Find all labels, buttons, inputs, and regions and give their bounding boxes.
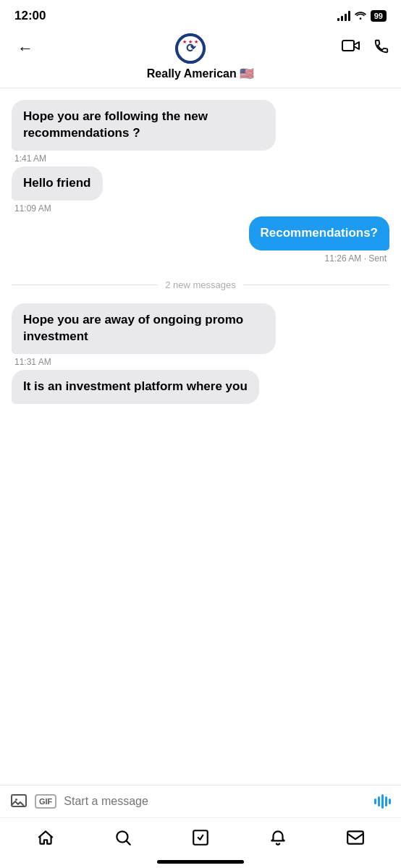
wifi-icon	[355, 10, 366, 22]
message-time: 11:09 AM	[12, 203, 103, 214]
svg-rect-4	[342, 41, 354, 51]
message-time: 11:26 AM · Sent	[249, 253, 389, 264]
nav-notifications-button[interactable]	[269, 828, 287, 847]
divider-label: 2 new messages	[165, 279, 236, 290]
voice-input-icon[interactable]	[374, 794, 391, 809]
gif-button[interactable]: GIF	[35, 794, 56, 809]
message-input-bar: GIF	[0, 785, 401, 817]
message-bubble: Hope you are away of ongoing promo inves…	[12, 303, 276, 354]
message-bubble: Hope you are following the new recommend…	[12, 100, 276, 151]
message-row: Hello friend 11:09 AM	[12, 167, 103, 214]
message-text-input[interactable]	[64, 795, 367, 808]
status-bar: 12:00 99	[0, 0, 401, 28]
home-bar	[157, 860, 244, 864]
battery-indicator: 99	[371, 10, 387, 22]
contact-name: Really American 🇺🇸	[147, 67, 254, 80]
message-bubble: It is an investment platform where you	[12, 370, 259, 404]
message-row: Recommendations? 11:26 AM · Sent	[249, 216, 389, 264]
status-time: 12:00	[14, 9, 46, 23]
header-actions	[342, 38, 389, 59]
back-button[interactable]: ←	[12, 36, 39, 61]
svg-text:★ ★ ★: ★ ★ ★	[182, 39, 198, 44]
message-time: 11:31 AM	[12, 357, 276, 367]
message-bubble: Recommendations?	[249, 216, 389, 250]
nav-messages-button[interactable]	[346, 828, 365, 847]
chat-area: Hope you are following the new recommend…	[0, 88, 401, 785]
signal-icon	[337, 11, 350, 21]
nav-compose-button[interactable]	[191, 828, 210, 847]
image-attach-button[interactable]	[10, 793, 28, 810]
bottom-navigation	[0, 817, 401, 854]
message-row: Hope you are away of ongoing promo inves…	[12, 303, 276, 367]
message-time: 1:41 AM	[12, 153, 276, 164]
new-messages-divider: 2 new messages	[12, 279, 389, 290]
svg-point-6	[15, 799, 17, 801]
message-row: It is an investment platform where you	[12, 370, 259, 404]
status-icons: 99	[337, 10, 387, 22]
home-indicator	[0, 854, 401, 868]
video-call-button[interactable]	[342, 39, 360, 58]
nav-search-button[interactable]	[114, 828, 132, 847]
nav-home-button[interactable]	[36, 828, 55, 847]
chat-header: ← ⟳ ★ ★ ★	[0, 28, 401, 88]
divider-line-left	[12, 285, 158, 285]
message-row: Hope you are following the new recommend…	[12, 100, 276, 164]
divider-line-right	[243, 285, 389, 285]
svg-rect-9	[347, 831, 363, 843]
phone-call-button[interactable]	[373, 38, 389, 59]
message-bubble: Hello friend	[12, 167, 103, 201]
contact-avatar: ⟳ ★ ★ ★	[175, 33, 206, 64]
